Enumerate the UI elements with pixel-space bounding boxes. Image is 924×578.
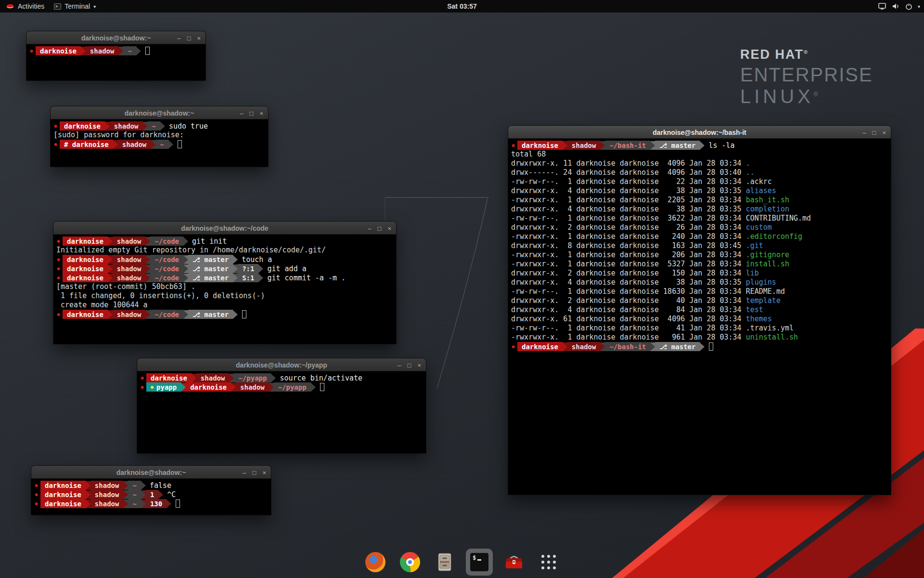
- window-minimize-button[interactable]: –: [862, 129, 866, 136]
- window-maximize-button[interactable]: □: [378, 225, 382, 232]
- window-maximize-button[interactable]: □: [873, 129, 876, 136]
- terminal-window-code[interactable]: darknoise@shadow:~/code–□×●darknoiseshad…: [53, 221, 397, 344]
- redhat-prompt-icon: ●: [138, 384, 146, 390]
- window-minimize-button[interactable]: –: [240, 110, 243, 117]
- terminal-output-line: drwxrwxr-x. 4 darknoise darknoise 38 Jan…: [509, 278, 890, 287]
- prompt-segment-venv: ●pyapp: [146, 382, 181, 392]
- powerline-arrow: [108, 237, 113, 246]
- terminal-window-bash-it[interactable]: darknoise@shadow:~/bash-it–□×●darknoises…: [508, 125, 891, 495]
- window-titlebar[interactable]: darknoise@shadow:~/code–□×: [53, 222, 396, 235]
- terminal-output-line: -rwxrwxr-x. 1 darknoise darknoise 2205 J…: [509, 196, 890, 205]
- prompt-segment-host: shadow: [113, 264, 146, 273]
- window-close-button[interactable]: ×: [417, 362, 421, 369]
- window-title: darknoise@shadow:~/code: [181, 224, 268, 232]
- toolbox-icon: [504, 552, 524, 572]
- window-close-button[interactable]: ×: [882, 129, 886, 136]
- powerline-arrow: [108, 310, 113, 319]
- window-close-button[interactable]: ×: [262, 469, 266, 476]
- terminal-cursor: [320, 383, 324, 391]
- terminal-cursor: [178, 140, 182, 148]
- output-text: themes: [746, 315, 772, 323]
- prompt-segment-user: darknoise: [60, 121, 105, 131]
- window-minimize-button[interactable]: –: [368, 225, 371, 232]
- terminal-prompt-line: ●darknoiseshadow~/bash-it⎇ masterls -la: [509, 141, 890, 150]
- output-text: template: [746, 296, 781, 305]
- terminal-prompt-line: ●darknoiseshadow~1^C: [32, 490, 270, 499]
- top-panel: Activities > Terminal ▾ Sat 03:57: [0, 0, 924, 13]
- output-text: [master (root-commit) 50bcb63] .: [56, 282, 195, 291]
- dock-item-toolbox[interactable]: [500, 549, 527, 576]
- powerline-arrow: [183, 310, 188, 319]
- redhat-prompt-icon: ●: [54, 312, 63, 317]
- clock[interactable]: Sat 03:57: [447, 2, 476, 10]
- dock-item-app-grid[interactable]: [535, 549, 562, 576]
- output-text: bash_it.sh: [746, 196, 789, 204]
- dock-item-terminal[interactable]: $: [466, 549, 493, 576]
- prompt-segment-host: shadow: [90, 481, 124, 490]
- dock-item-chrome[interactable]: [397, 549, 424, 576]
- powerline-arrow: [141, 490, 146, 499]
- window-titlebar[interactable]: darknoise@shadow:~–□×: [51, 106, 268, 119]
- powerline-arrow: [105, 122, 110, 131]
- app-menu-terminal[interactable]: > Terminal ▾: [51, 0, 99, 13]
- terminal-window-pyapp[interactable]: darknoise@shadow:~/pyapp–□×●darknoisesha…: [137, 358, 426, 454]
- dock-item-files[interactable]: [431, 549, 458, 576]
- terminal-content[interactable]: ●darknoiseshadow~/bash-it⎇ masterls -lat…: [508, 139, 891, 495]
- output-text: .editorconfig: [746, 232, 802, 241]
- prompt-segment-path: ~/pyapp: [234, 373, 271, 382]
- powerline-arrow: [145, 274, 150, 282]
- terminal-output-line: [master (root-commit) 50bcb63] .: [54, 282, 395, 291]
- redhat-prompt-icon: ●: [51, 142, 60, 147]
- powerline-arrow: [168, 140, 173, 149]
- output-text: create mode 100644 a: [56, 301, 148, 309]
- window-maximize-button[interactable]: □: [408, 362, 411, 369]
- dock-item-firefox[interactable]: [362, 549, 389, 576]
- redhat-prompt-icon: ●: [54, 275, 63, 280]
- window-title: darknoise@shadow:~/bash-it: [653, 129, 746, 136]
- terminal-content[interactable]: ●darknoiseshadow~/codegit initInitialize…: [53, 235, 396, 344]
- terminal-window-home-small[interactable]: darknoise@shadow:~–□×●darknoiseshadow~: [26, 31, 206, 81]
- window-maximize-button[interactable]: □: [187, 35, 191, 42]
- terminal-content[interactable]: ●darknoiseshadow~false●darknoiseshadow~1…: [31, 479, 271, 515]
- prompt-segment-user: darknoise: [36, 46, 81, 55]
- redhat-prompt-icon: ●: [509, 143, 517, 148]
- redhat-prompt-icon: ●: [51, 123, 60, 129]
- activities-button[interactable]: Activities: [4, 0, 46, 13]
- terminal-output-line: -rw-rw-r--. 1 darknoise darknoise 41 Jan…: [509, 324, 890, 333]
- window-minimize-button[interactable]: –: [243, 469, 246, 476]
- window-titlebar[interactable]: darknoise@shadow:~/bash-it–□×: [508, 126, 891, 139]
- window-close-button[interactable]: ×: [259, 110, 263, 117]
- powerline-arrow: [600, 342, 605, 351]
- powerline-arrow: [229, 374, 234, 382]
- terminal-content[interactable]: ●darknoiseshadow~sudo true[sudo] passwor…: [51, 120, 268, 167]
- window-titlebar[interactable]: darknoise@shadow:~–□×: [31, 466, 271, 479]
- prompt-segment-user: darknoise: [146, 373, 192, 382]
- terminal-window-home-exit[interactable]: darknoise@shadow:~–□×●darknoiseshadow~fa…: [31, 465, 271, 515]
- window-maximize-button[interactable]: □: [253, 469, 257, 476]
- window-close-button[interactable]: ×: [197, 35, 201, 42]
- window-titlebar[interactable]: darknoise@shadow:~/pyapp–□×: [137, 358, 426, 371]
- window-maximize-button[interactable]: □: [250, 110, 254, 117]
- command-text: ls -la: [708, 141, 734, 150]
- window-minimize-button[interactable]: –: [177, 35, 180, 42]
- system-status-area[interactable]: ▾: [878, 0, 920, 13]
- output-text: -rwxrwxr-x. 1 darknoise darknoise 5327 J…: [511, 260, 746, 268]
- terminal-prompt-line: ●darknoiseshadow~130: [32, 499, 270, 508]
- window-close-button[interactable]: ×: [387, 225, 391, 232]
- prompt-segment-user: darknoise: [63, 273, 108, 282]
- command-text: git init: [192, 237, 227, 246]
- terminal-content[interactable]: ●darknoiseshadow~/pyappsource bin/activa…: [137, 372, 426, 453]
- chevron-down-icon: ▾: [93, 4, 96, 9]
- output-text: drwxrwxr-x. 4 darknoise darknoise 38 Jan…: [511, 205, 746, 213]
- terminal-content[interactable]: ●darknoiseshadow~: [26, 45, 205, 80]
- powerline-arrow: [118, 47, 123, 55]
- prompt-segment-path: ~: [123, 46, 136, 55]
- output-text: plugins: [746, 278, 776, 287]
- prompt-segment-host: shadow: [110, 121, 143, 131]
- window-titlebar[interactable]: darknoise@shadow:~–□×: [26, 31, 205, 44]
- powerline-arrow: [86, 499, 90, 508]
- powerline-arrow: [86, 481, 90, 490]
- window-minimize-button[interactable]: –: [398, 362, 401, 369]
- prompt-segment-host: shadow: [113, 310, 146, 319]
- terminal-window-home-sudo[interactable]: darknoise@shadow:~–□×●darknoiseshadow~su…: [50, 106, 269, 167]
